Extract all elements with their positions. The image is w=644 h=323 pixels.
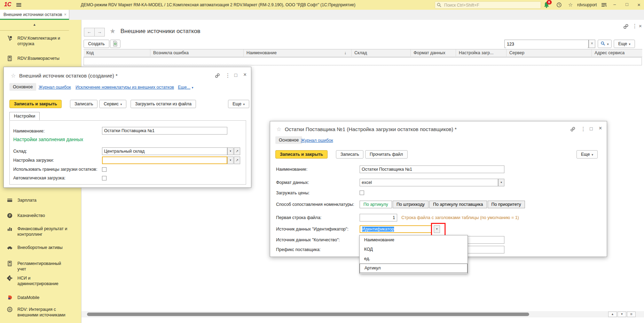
sidebar-scroll-up-icon[interactable]: ▲: [0, 23, 69, 26]
warehouse-open-icon[interactable]: ↗: [234, 147, 240, 155]
first-row-field[interactable]: 1: [360, 214, 397, 221]
dropdown-item-naimenovanie[interactable]: Наименование: [360, 235, 468, 245]
sidebar-item-rdv-integracia[interactable]: RDV: Интеграция с внешними источниками: [7, 307, 69, 318]
sidebar-item-vneoborotnye[interactable]: Внеоборотные активы: [7, 245, 69, 250]
load-setting-dropdown-icon[interactable]: ▾: [227, 156, 234, 164]
tab-external-stock-sources[interactable]: Внешние источники остатков ×: [0, 10, 69, 20]
warehouse-field[interactable]: Центральный склад: [102, 147, 227, 155]
get-link-icon[interactable]: [623, 24, 629, 29]
close-form-icon[interactable]: ×: [639, 23, 642, 29]
column-header-voznikla-oshibka[interactable]: Возникла ошибка: [150, 49, 244, 57]
save-button[interactable]: Записать: [336, 150, 363, 159]
table-current-row[interactable]: [84, 57, 642, 65]
nav-link-error-log[interactable]: Журнал ошибок: [301, 138, 333, 143]
load-setting-open-icon[interactable]: ↗: [234, 156, 240, 164]
current-user[interactable]: rdvsupport: [577, 2, 597, 7]
back-icon[interactable]: ←: [84, 28, 95, 37]
maximize-button[interactable]: □: [626, 2, 628, 7]
column-header-naimenovanie[interactable]: Наименование↓: [244, 49, 352, 57]
data-format-field[interactable]: excel: [360, 179, 498, 186]
sidebar-item-reglament-uchet[interactable]: Регламентированный учет: [7, 261, 69, 272]
service-button[interactable]: Сервис▾: [99, 100, 126, 108]
load-setting-field[interactable]: [102, 156, 227, 164]
dropdown-item-kod[interactable]: КОД: [360, 245, 468, 254]
global-search-input[interactable]: [443, 2, 539, 8]
favorite-star-icon[interactable]: ☆: [11, 72, 16, 79]
list-search-box[interactable]: [504, 40, 589, 48]
nav-link-error-log[interactable]: Журнал ошибок: [39, 85, 71, 90]
sidebar-item-rdv-komplektacia[interactable]: RDV:Комплектация и отгрузка: [7, 35, 69, 47]
column-header-nastroyka-zagruzki[interactable]: Настройка загр...: [456, 49, 506, 57]
load-stock-from-file-button[interactable]: Загрузить остатки из файла: [131, 100, 196, 108]
maximize-dialog-icon[interactable]: □: [234, 72, 237, 78]
kebab-menu-icon[interactable]: ⋮: [632, 23, 637, 29]
read-file-button[interactable]: Прочитать файл: [365, 150, 408, 159]
save-button[interactable]: Записать: [70, 100, 97, 108]
dialog-more-button[interactable]: Еще▾: [228, 100, 249, 108]
close-dialog-icon[interactable]: ×: [243, 72, 246, 78]
column-header-format-dannyh[interactable]: Формат данных: [411, 49, 456, 57]
save-and-close-button[interactable]: Записать и закрыть: [9, 100, 62, 108]
name-field[interactable]: Остатки Поставщика №1: [360, 165, 504, 173]
sidebar-item-rdv-vzaimoraschety[interactable]: RDV:Взаиморасчеты: [7, 56, 69, 61]
mapping-option-by-priority[interactable]: По приоритету: [488, 201, 525, 208]
dialog-more-button[interactable]: Еще▾: [576, 150, 598, 159]
mapping-option-by-barcode[interactable]: По штрихкоду: [393, 201, 429, 208]
auto-load-checkbox[interactable]: [102, 176, 107, 180]
create-button[interactable]: Создать: [84, 40, 109, 48]
dropdown-item-artikul[interactable]: Артикул: [360, 264, 468, 273]
kebab-menu-icon[interactable]: ⋮: [581, 126, 586, 132]
scroll-up-button[interactable]: ▲: [608, 312, 617, 317]
main-menu-burger-icon[interactable]: [16, 2, 22, 8]
settings-menu-icon[interactable]: [601, 2, 607, 8]
sidebar-item-kaznacheystvo[interactable]: ₽ Казначейство: [7, 213, 69, 218]
nav-tab-osnovnoe[interactable]: Основное: [9, 83, 36, 91]
column-header-adres-servisa[interactable]: Адрес сервиса: [592, 49, 642, 57]
kebab-menu-icon[interactable]: ⋮: [225, 72, 230, 79]
save-and-close-button[interactable]: Записать и закрыть: [275, 150, 328, 159]
list-more-button[interactable]: Еще▾: [614, 40, 635, 48]
close-window-button[interactable]: ×: [637, 2, 641, 8]
name-field[interactable]: Остатки Поставщика №1: [102, 127, 227, 135]
column-header-sklad[interactable]: Склад: [352, 49, 411, 57]
sidebar-item-finrezultat[interactable]: Финансовый результат и контроллинг: [7, 226, 69, 237]
calculator-icon: [7, 261, 13, 266]
get-link-icon[interactable]: [215, 73, 220, 78]
maximize-dialog-icon[interactable]: □: [590, 126, 592, 131]
list-menu-button[interactable]: ≡: [627, 312, 636, 317]
get-link-icon[interactable]: [570, 127, 575, 132]
nav-tab-osnovnoe[interactable]: Основное: [275, 136, 302, 144]
tab-close-icon[interactable]: ×: [64, 12, 66, 17]
minimize-button[interactable]: –: [613, 2, 616, 7]
use-limits-checkbox[interactable]: [102, 167, 107, 172]
global-search-box[interactable]: [435, 1, 541, 9]
warehouse-dropdown-icon[interactable]: ▾: [227, 147, 234, 155]
find-button[interactable]: ▾: [598, 40, 612, 48]
clear-search-icon[interactable]: ×: [589, 40, 595, 48]
data-format-dropdown-icon[interactable]: ▾: [498, 179, 504, 186]
favorites-star-icon[interactable]: ☆: [568, 2, 573, 8]
create-by-copy-icon-button[interactable]: [110, 40, 120, 48]
horizontal-scrollbar-thumb[interactable]: [87, 313, 529, 316]
nav-link-exclusions[interactable]: Исключение номенклатуры из внешних остат…: [76, 85, 174, 90]
mapping-option-by-article[interactable]: По артикулу: [360, 201, 392, 208]
close-dialog-icon[interactable]: ×: [599, 125, 602, 131]
tab-nastroyki[interactable]: Настройки: [9, 112, 40, 120]
column-header-server[interactable]: Сервер: [506, 49, 592, 57]
notifications-bell-icon[interactable]: 6: [543, 1, 549, 7]
mapping-option-by-supplier-article[interactable]: По артикулу поставщика: [429, 201, 487, 208]
forward-icon[interactable]: →: [95, 28, 105, 37]
list-search-input[interactable]: [506, 40, 588, 48]
history-clock-icon[interactable]: [556, 2, 562, 8]
sidebar-item-datamobile[interactable]: м DataMobile: [7, 295, 69, 300]
column-header-kod[interactable]: Код: [84, 49, 150, 57]
nav-link-more[interactable]: Еще...▾: [178, 85, 193, 90]
sidebar-item-zarplata[interactable]: Зарплата: [7, 197, 69, 203]
favorite-star-icon[interactable]: ☆: [276, 126, 281, 132]
favorite-star-icon[interactable]: ★: [110, 27, 116, 35]
load-prices-checkbox[interactable]: [360, 191, 364, 195]
sidebar-item-nsi-administrirovanie[interactable]: НСИ и администрирование: [7, 275, 69, 286]
id-source-field[interactable]: Идентификатор: [360, 225, 432, 233]
scroll-down-button[interactable]: ▼: [618, 312, 626, 317]
dropdown-item-ed[interactable]: ед.: [360, 254, 468, 264]
